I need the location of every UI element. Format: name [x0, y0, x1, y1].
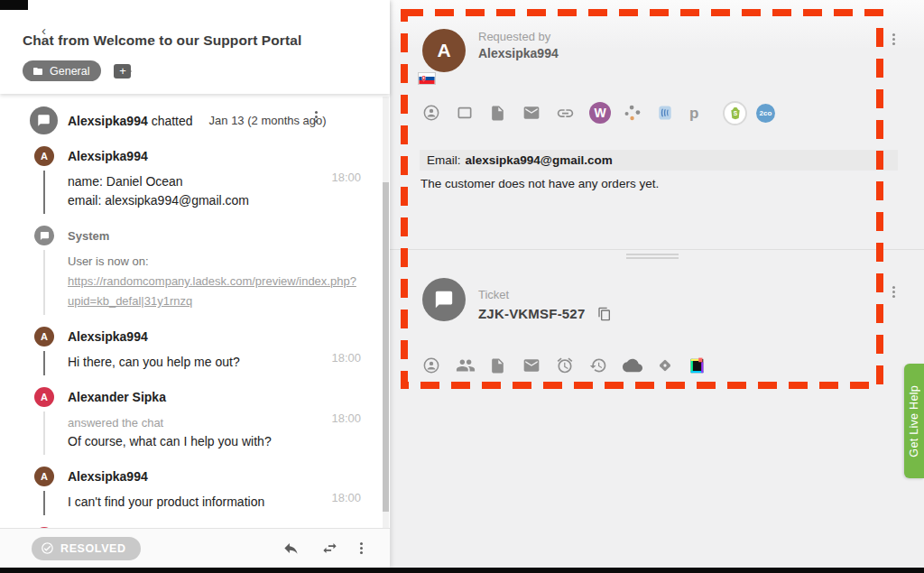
chat-panel: ‹ Chat from Welcome to our Support Porta…: [0, 0, 390, 568]
visited-url-link[interactable]: https://randomcompany.ladesk.com/preview…: [68, 272, 363, 291]
chat-bubble-icon: [434, 290, 454, 310]
chat-title: Chat from Welcome to our Support Portal: [23, 32, 368, 49]
blue-waves-logo[interactable]: [656, 101, 689, 125]
reply-button[interactable]: [282, 540, 300, 557]
requester-menu-kebab-icon[interactable]: [892, 38, 895, 41]
chat-bubble-avatar: [30, 106, 58, 134]
get-live-help-label: Get Live Help: [908, 385, 920, 457]
chat-footer: RESOLVED: [0, 528, 390, 568]
message-author: Alexsipka994: [68, 149, 148, 163]
addons-dots-logo[interactable]: [623, 101, 656, 125]
event-menu-kebab-icon[interactable]: [315, 116, 318, 118]
link-icon[interactable]: [556, 101, 589, 125]
reply-icon: [282, 540, 300, 557]
chat-bubble-icon: [40, 231, 50, 241]
history-icon[interactable]: [589, 354, 623, 377]
people-icon[interactable]: [456, 354, 489, 377]
chat-scrollbar-thumb[interactable]: [383, 182, 389, 512]
event-title: Alexsipka994 chatted: [68, 114, 193, 128]
app-window: ‹ Chat from Welcome to our Support Porta…: [0, 0, 924, 573]
requested-by-label: Requested by: [478, 30, 550, 43]
timestamp: 18:00: [331, 351, 361, 365]
message-text: Of course, what can I help you with?: [68, 432, 363, 451]
chat-bubble-icon: [37, 114, 51, 127]
system-message: System User is now on: https://randomcom…: [0, 226, 390, 315]
system-avatar: [34, 226, 54, 245]
message-text: I can't find your product information: [68, 493, 363, 512]
ticket-menu-kebab-icon[interactable]: [892, 291, 895, 293]
pipedrive-logo[interactable]: p: [689, 101, 723, 125]
resolved-button[interactable]: RESOLVED: [32, 537, 141, 560]
back-chevron-icon[interactable]: ‹: [42, 23, 46, 37]
svg-text:S: S: [733, 110, 737, 116]
timestamp: 18:00: [331, 491, 361, 504]
add-tag-button[interactable]: +: [114, 64, 131, 79]
cloud-icon[interactable]: [623, 354, 656, 377]
swap-arrows-icon: [321, 540, 338, 557]
tag-row: General +: [23, 60, 368, 81]
message-meta: answered the chat: [68, 413, 363, 432]
message-author: Alexsipka994: [68, 329, 148, 344]
copy-ticket-code-button[interactable]: [597, 307, 612, 321]
chat-message: A Alexsipka994 Hi there, can you help me…: [0, 327, 390, 375]
department-tag-general[interactable]: General: [23, 60, 101, 81]
2checkout-logo[interactable]: 2co: [756, 101, 790, 125]
chat-message: A Alexsipka994 I can't find your product…: [0, 467, 390, 515]
mail-icon[interactable]: [522, 101, 556, 125]
screenshot-crop-artifact: [0, 568, 924, 573]
wordpress-logo[interactable]: W: [589, 101, 623, 125]
message-text: Hi there, can you help me out?: [68, 353, 363, 372]
highlight-dashed-rectangle: [390, 0, 924, 568]
resize-drag-handle[interactable]: [626, 254, 679, 261]
screenshot-crop-artifact: [0, 0, 28, 10]
avatar: A: [34, 467, 54, 486]
timestamp: 18:00: [331, 171, 361, 184]
footer-menu-kebab-icon[interactable]: [360, 547, 363, 550]
requester-name: Alexsipka994: [478, 46, 559, 60]
chat-message: A Alexsipka994 name: Daniel Ocean email:…: [0, 146, 390, 214]
chat-message-list: Alexsipka994 chatted Jan 13 (2 months ag…: [0, 94, 390, 528]
visited-url-link[interactable]: upid=kb_defal|31y1rnzq: [68, 291, 363, 311]
message-text: name: Daniel Ocean: [68, 172, 363, 191]
orders-note: The customer does not have any orders ye…: [420, 177, 659, 190]
requester-avatar[interactable]: A: [422, 29, 466, 72]
contact-icon-row: W p S 2co: [422, 101, 790, 125]
email-row[interactable]: Email: alexsipka994@gmail.com: [420, 150, 898, 171]
resolved-label: RESOLVED: [60, 542, 126, 555]
window-icon[interactable]: [456, 101, 489, 125]
copy-icon: [597, 307, 612, 321]
file-icon[interactable]: [489, 354, 522, 377]
mail-icon[interactable]: [522, 354, 556, 377]
diamond-icon[interactable]: [656, 354, 689, 377]
slovakia-flag-icon: [419, 73, 435, 84]
check-circle-icon: [41, 541, 54, 555]
person-icon[interactable]: [422, 101, 456, 125]
email-label: Email:: [427, 153, 461, 167]
email-value: alexsipka994@gmail.com: [466, 153, 613, 167]
person-icon[interactable]: [422, 354, 456, 377]
ticket-icon-row: [422, 354, 723, 377]
message-author: System: [68, 229, 109, 243]
transfer-button[interactable]: [321, 540, 338, 557]
details-panel: A Requested by Alexsipka994: [390, 0, 924, 568]
file-icon[interactable]: [489, 101, 522, 125]
alarm-icon[interactable]: [556, 354, 589, 377]
shopify-logo[interactable]: S: [723, 101, 756, 125]
panel-divider: [390, 249, 924, 250]
avatar: A: [34, 387, 54, 407]
ticket-avatar[interactable]: [422, 278, 466, 321]
ticket-code: ZJK-VKMSF-527: [478, 306, 585, 321]
message-text: email: alexsipka994@gmail.com: [68, 191, 363, 210]
avatar: A: [34, 146, 54, 166]
giphy-logo[interactable]: [689, 354, 723, 377]
tag-label: General: [50, 65, 89, 78]
folder-icon: [32, 66, 44, 77]
ticket-label: Ticket: [478, 288, 509, 301]
avatar: A: [34, 327, 54, 347]
message-author: Alexsipka994: [68, 469, 148, 484]
message-author: Alexander Sipka: [68, 390, 166, 404]
chat-header: ‹ Chat from Welcome to our Support Porta…: [0, 0, 390, 94]
get-live-help-button[interactable]: Get Live Help: [904, 364, 924, 478]
timestamp: 18:00: [331, 411, 361, 425]
event-date: Jan 13 (2 months ago): [209, 114, 327, 127]
